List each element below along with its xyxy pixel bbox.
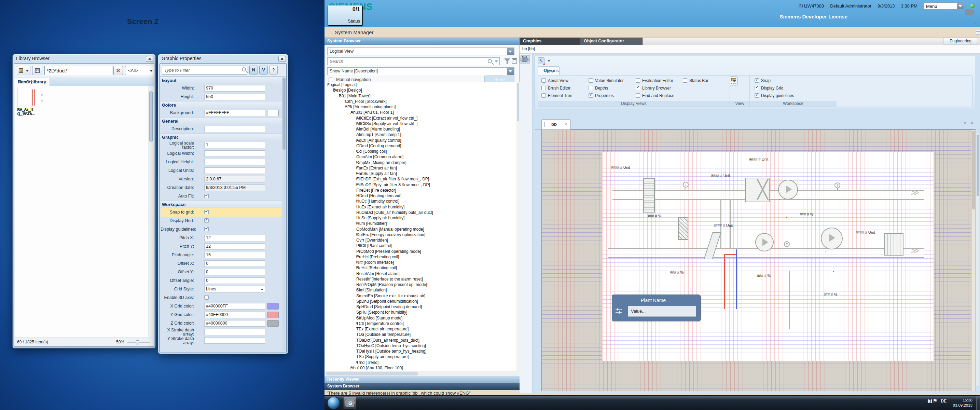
- alarm-button-status[interactable]: 0/1Status: [328, 5, 362, 25]
- temperature-sensor-icon[interactable]: T: [784, 241, 790, 247]
- scrollbar-thumb[interactable]: [149, 91, 153, 142]
- tree-item[interactable]: ▶AflCtlEx [Extract air vol_flow ctrl_]: [325, 116, 517, 121]
- tree-item[interactable]: ▶AlmBdl [Alarm bundling]: [325, 127, 517, 132]
- flag-icon[interactable]: ⚑: [932, 398, 937, 404]
- manual-navigation-checkbox[interactable]: [329, 78, 333, 82]
- property-value-field[interactable]: 12: [204, 243, 265, 250]
- name-toggle-button[interactable]: N: [249, 65, 258, 75]
- collapse-arrow-icon[interactable]: [799, 5, 803, 8]
- display-guidelines-checkbox[interactable]: [204, 227, 209, 231]
- tree-item[interactable]: Ovrr [Overridden]: [325, 238, 517, 243]
- close-icon[interactable]: ✖: [146, 56, 153, 62]
- speaker-icon[interactable]: [965, 8, 974, 17]
- tree-item[interactable]: ▶OptErc [Energy recovery optimization]: [325, 232, 517, 238]
- library-item[interactable]: ║BA_Air_H Q_1\ST...: [17, 88, 43, 120]
- tree-item[interactable]: TEx [Extract air temperature]: [325, 327, 517, 332]
- network-icon[interactable]: [928, 398, 933, 404]
- main-fan-symbol[interactable]: [821, 228, 843, 249]
- plant-name-box[interactable]: Plant Name Value...: [612, 295, 701, 321]
- checkbox-icon[interactable]: [754, 86, 759, 90]
- tab-graphics[interactable]: Graphics: [520, 38, 580, 45]
- humidifier-symbol[interactable]: [885, 233, 904, 255]
- property-value-field[interactable]: 0: [204, 260, 265, 267]
- language-indicator[interactable]: DE: [941, 399, 947, 404]
- library-filter-dropdown[interactable]: <All>: [125, 66, 154, 75]
- property-value-field[interactable]: 15: [204, 252, 265, 258]
- tree-item[interactable]: ▶AflCtlSu [Supply air vol_flow ctrl_]: [325, 121, 517, 127]
- taskbar-clock[interactable]: 15:38 03.09.2013: [953, 398, 972, 408]
- properties-filter-input[interactable]: [162, 65, 247, 75]
- tree-item[interactable]: HuEx [Extract air humidity]: [325, 205, 517, 210]
- color-swatch[interactable]: [267, 110, 279, 116]
- ribbon-tab-options[interactable]: Options: [538, 66, 565, 75]
- tree-item[interactable]: ▶FanSu [Supply air fan]: [325, 171, 517, 177]
- tree-item[interactable]: ▶FilEhDP [Exh_air filter & flow mon_, DP…: [325, 177, 517, 182]
- color-swatch[interactable]: [267, 320, 279, 327]
- tree-item[interactable]: ▶Ccl [Cooling coil]: [325, 149, 517, 155]
- chevron-down-icon[interactable]: [973, 22, 977, 24]
- toolbar-overflow-icon[interactable]: ▾: [547, 57, 551, 64]
- system-browser-bottom-bar[interactable]: System Browser: [325, 383, 520, 390]
- property-value-field[interactable]: #400000FF: [204, 303, 265, 309]
- tree-item[interactable]: HDmd [Heating demand]: [325, 193, 517, 199]
- layout-custom-icon[interactable]: [976, 30, 980, 35]
- tab-file-style[interactable]: File Style: [14, 78, 39, 86]
- close-icon[interactable]: ✕: [971, 121, 974, 125]
- property-value-field[interactable]: 970: [204, 85, 265, 92]
- color-swatch[interactable]: [267, 303, 279, 309]
- property-value-field[interactable]: #40000000: [204, 320, 265, 327]
- supply-fan-symbol[interactable]: [778, 180, 798, 199]
- library-scrollbar[interactable]: [149, 86, 153, 337]
- recently-viewed-bar[interactable]: Recently Viewed: [325, 376, 520, 383]
- checkbox-icon[interactable]: [589, 78, 593, 83]
- tree-item[interactable]: ▶TCtl [Temperature control]: [325, 321, 517, 327]
- display-grid-checkbox[interactable]: [204, 219, 209, 223]
- save-filter-icon[interactable]: [512, 58, 517, 64]
- checkbox-icon[interactable]: [754, 78, 759, 83]
- property-value-field[interactable]: 0: [204, 278, 265, 284]
- tree-item[interactable]: ResetItf [Interface to the alarm reset]: [325, 277, 517, 282]
- tree-item[interactable]: SpDhu [Setpoint dehumidification]: [325, 299, 517, 305]
- snap-to-grid-checkbox[interactable]: [204, 210, 209, 214]
- tree-item[interactable]: TOaDct [Outs_air temp_outs_duct]: [325, 338, 517, 343]
- tree-item[interactable]: HuSu [Supply air humidity]: [325, 215, 517, 221]
- graphic-properties-title[interactable]: Graphic Properties: [162, 56, 202, 61]
- tree-item[interactable]: PrOpMod [Present operating mode]: [325, 249, 517, 255]
- scrollbar-thumb[interactable]: [517, 83, 519, 121]
- tree-item[interactable]: OpModMan [Manual operating mode]: [325, 227, 517, 232]
- property-value-field[interactable]: [204, 168, 265, 174]
- tree-item[interactable]: ▶FilSuDP [Sply_air filter & flow mon_, D…: [325, 182, 517, 188]
- library-browser-title[interactable]: Library Browser: [16, 56, 49, 61]
- auto-fit-checkbox[interactable]: [204, 194, 209, 198]
- tree-item[interactable]: ▼Desigo [Desigo]: [325, 88, 517, 93]
- tree-item[interactable]: TOa [Outside air temperature]: [325, 332, 517, 338]
- slider-handle[interactable]: [136, 340, 139, 345]
- property-value-field[interactable]: #FFFFFFFF: [204, 110, 265, 116]
- pointer-tool-icon[interactable]: ↖: [538, 57, 544, 64]
- tree-item[interactable]: PltCtl [Plant control]: [325, 243, 517, 249]
- property-value-field[interactable]: 0: [204, 269, 265, 275]
- tree-item[interactable]: TOaHysC [Outside temp_hys_cooling]: [325, 343, 517, 349]
- value-toggle-button[interactable]: V: [259, 65, 268, 75]
- document-tab[interactable]: bb ✕: [541, 119, 571, 129]
- tree-item[interactable]: TSu [Supply air temperature]: [325, 354, 517, 360]
- tree-item[interactable]: SpHu [Setpoint for humidity]: [325, 310, 517, 315]
- hot-water-pipe[interactable]: [724, 254, 737, 255]
- section-header-layout[interactable]: ▾Layout: [161, 77, 282, 84]
- help-button[interactable]: ?: [269, 65, 278, 75]
- section-header-graphic[interactable]: ▾Graphic: [161, 133, 282, 141]
- property-value-field[interactable]: Lines: [204, 286, 265, 292]
- property-value-field[interactable]: [204, 159, 265, 165]
- temperature-sensor-icon[interactable]: T: [835, 182, 840, 188]
- properties-scrollbar[interactable]: [283, 77, 286, 351]
- tree-item[interactable]: ▶Ahu100 [Ahu 100, Floor 100]: [325, 365, 517, 371]
- cold-water-pipe[interactable]: [736, 249, 737, 309]
- tree-item[interactable]: ▶PreHcl [Preheating coil]: [325, 255, 517, 260]
- tab-object-configurator[interactable]: Object Configurator: [580, 38, 643, 45]
- tree-item[interactable]: ▶AqCtl [Air quality control]: [325, 138, 517, 144]
- graphic-page[interactable]: ≫ ≫ ╳ T T T: [602, 152, 934, 361]
- tree-item[interactable]: SmextEh [Smoke extr_for exhaust air]: [325, 294, 517, 299]
- editor-scrollbar[interactable]: [976, 133, 979, 386]
- checkbox-icon[interactable]: [541, 78, 546, 83]
- tree-item[interactable]: ▶HuCtl [Humidity control]: [325, 199, 517, 204]
